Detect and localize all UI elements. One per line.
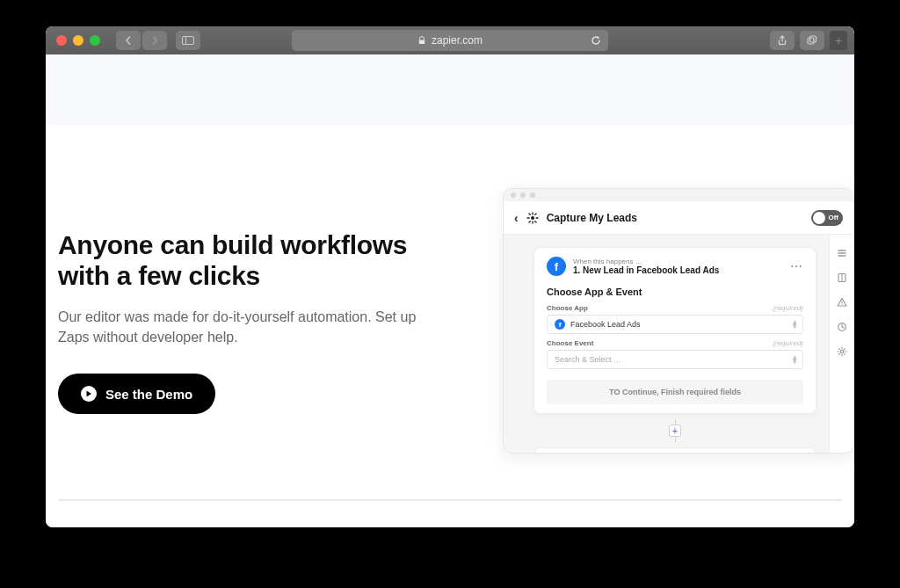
svg-rect-10: [528, 213, 531, 215]
mock-dot: [520, 192, 526, 198]
minimize-window-button[interactable]: [73, 35, 83, 46]
docs-icon[interactable]: [836, 272, 848, 284]
share-icon: [777, 35, 788, 46]
editor-back-button[interactable]: ‹: [514, 211, 519, 225]
toggle-label: Off: [828, 214, 838, 221]
svg-rect-2: [419, 40, 425, 45]
add-step-button[interactable]: +: [669, 425, 681, 437]
svg-rect-4: [810, 36, 817, 42]
required-hint: (required): [773, 304, 803, 312]
zap-title[interactable]: Capture My Leads: [547, 212, 637, 224]
forward-button[interactable]: [142, 31, 167, 50]
svg-rect-8: [526, 217, 529, 218]
mock-titlebar: [504, 189, 853, 201]
action-step-card[interactable]: [533, 447, 817, 453]
svg-rect-9: [535, 217, 538, 218]
reload-button[interactable]: [591, 35, 601, 46]
svg-rect-3: [808, 38, 814, 44]
enable-zap-toggle[interactable]: Off: [811, 210, 843, 226]
svg-rect-6: [532, 212, 533, 214]
outline-icon[interactable]: [836, 247, 848, 259]
alert-icon[interactable]: [836, 296, 848, 309]
hero-subhead: Our editor was made for do-it-yourself a…: [58, 307, 425, 347]
tabs-button[interactable]: [800, 31, 824, 50]
url-text: zapier.com: [432, 34, 483, 47]
svg-point-16: [841, 304, 842, 305]
close-window-button[interactable]: [56, 35, 67, 46]
continue-button[interactable]: TO Continue, Finish required fields: [547, 380, 803, 404]
chevron-left-icon: [124, 36, 133, 45]
history-icon[interactable]: [836, 321, 848, 333]
chevron-updown-icon: ▴▾: [793, 320, 797, 329]
svg-point-5: [531, 216, 534, 220]
facebook-icon: f: [555, 319, 565, 330]
tabs-icon: [807, 35, 817, 46]
hero-headline: Anyone can build workflows with a few cl…: [58, 230, 425, 291]
gear-icon[interactable]: [836, 345, 848, 358]
mock-dot: [511, 192, 516, 198]
share-button[interactable]: [770, 31, 795, 50]
window-controls: [56, 35, 100, 46]
step-connector: +: [507, 419, 843, 442]
svg-rect-0: [183, 37, 194, 45]
svg-rect-11: [533, 220, 536, 222]
svg-rect-15: [841, 274, 842, 282]
facebook-icon: f: [547, 257, 566, 276]
sidebar-toggle-button[interactable]: [176, 31, 200, 50]
safari-browser-window: zapier.com + Anyone can build workflows …: [46, 26, 854, 527]
play-icon: [81, 386, 97, 402]
editor-header: ‹ Capture My Leads Off: [504, 201, 853, 235]
zapier-logo-icon: [526, 211, 540, 225]
reload-icon: [591, 35, 601, 46]
new-tab-button[interactable]: +: [830, 31, 847, 50]
step-more-button[interactable]: ⋯: [790, 259, 803, 273]
choose-app-select[interactable]: f Facebook Lead Ads ▴▾: [547, 315, 803, 334]
browser-toolbar: zapier.com +: [46, 26, 854, 54]
editor-side-rail: [829, 235, 853, 453]
svg-point-19: [840, 350, 843, 352]
cta-label: See the Demo: [105, 387, 192, 402]
chevron-right-icon: [150, 36, 159, 45]
sidebar-icon: [182, 36, 194, 45]
choose-event-select[interactable]: Search & Select … ▴▾: [547, 350, 803, 369]
mock-dot: [530, 192, 535, 198]
when-label: When this happens …: [573, 258, 719, 265]
svg-rect-13: [528, 220, 531, 222]
editor-preview: ‹ Capture My Leads Off: [503, 188, 854, 454]
required-hint: (required): [773, 339, 803, 347]
chevron-updown-icon: ▴▾: [793, 355, 797, 364]
page-content: Anyone can build workflows with a few cl…: [46, 54, 854, 527]
choose-app-value: Facebook Lead Ads: [570, 320, 641, 329]
see-demo-button[interactable]: See the Demo: [58, 374, 215, 414]
section-title: Choose App & Event: [547, 287, 803, 297]
back-button[interactable]: [116, 31, 141, 50]
choose-event-placeholder: Search & Select …: [555, 355, 621, 364]
toggle-knob: [813, 212, 825, 224]
svg-rect-7: [532, 221, 533, 223]
svg-rect-17: [841, 301, 842, 304]
address-bar[interactable]: zapier.com: [292, 30, 608, 51]
trigger-step-card[interactable]: f When this happens … 1. New Lead in Fac…: [533, 247, 817, 414]
svg-rect-12: [533, 213, 536, 215]
lock-icon: [417, 36, 426, 45]
choose-event-label: Choose Event: [547, 339, 593, 347]
section-divider: [58, 499, 842, 501]
trigger-title: 1. New Lead in Facebook Lead Ads: [573, 265, 719, 275]
choose-app-label: Choose App: [547, 304, 588, 312]
fullscreen-window-button[interactable]: [90, 35, 100, 46]
